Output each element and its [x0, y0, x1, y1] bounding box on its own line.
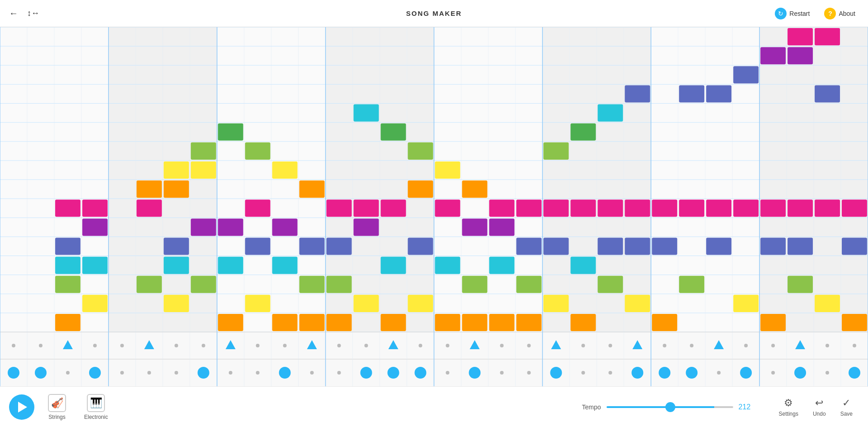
right-controls: ⚙ Settings ↩ Undo ✓ Save: [773, 394, 859, 420]
electronic-button[interactable]: 🎹 Electronic: [80, 392, 113, 422]
move-button[interactable]: ↕↔: [27, 9, 39, 18]
about-label: About: [839, 10, 855, 17]
undo-icon: ↩: [815, 397, 823, 409]
page-title: SONG MAKER: [406, 9, 462, 17]
back-button[interactable]: ←: [9, 8, 18, 19]
save-button[interactable]: ✓ Save: [834, 394, 859, 420]
electronic-icon: 🎹: [87, 394, 105, 412]
bottom-bar: 🎻 Strings 🎹 Electronic Tempo 212 ⚙ Setti…: [0, 386, 868, 427]
settings-icon: ⚙: [784, 397, 793, 409]
tempo-slider[interactable]: [607, 406, 733, 408]
save-icon: ✓: [842, 397, 850, 409]
undo-button[interactable]: ↩ Undo: [806, 394, 832, 420]
strings-icon: 🎻: [48, 394, 66, 412]
tempo-label: Tempo: [582, 403, 601, 411]
tempo-group: Tempo 212: [582, 403, 754, 411]
about-button[interactable]: ? About: [821, 6, 859, 21]
tempo-value: 212: [739, 403, 754, 411]
electronic-label: Electronic: [84, 414, 108, 420]
restart-icon: ↻: [775, 8, 787, 19]
song-grid[interactable]: [0, 27, 868, 386]
header: ← ↕↔ SONG MAKER ↻ Restart ? About: [0, 0, 868, 27]
settings-label: Settings: [779, 411, 798, 417]
undo-label: Undo: [813, 411, 826, 417]
header-right: ↻ Restart ? About: [771, 6, 859, 21]
play-button[interactable]: [9, 394, 34, 420]
restart-button[interactable]: ↻ Restart: [771, 6, 813, 21]
grid-area[interactable]: [0, 27, 868, 386]
about-icon: ?: [824, 8, 836, 19]
strings-label: Strings: [48, 414, 65, 420]
save-label: Save: [840, 411, 853, 417]
restart-label: Restart: [789, 10, 810, 17]
strings-button[interactable]: 🎻 Strings: [43, 392, 71, 422]
header-left: ← ↕↔: [9, 8, 39, 19]
settings-button[interactable]: ⚙ Settings: [773, 394, 805, 420]
